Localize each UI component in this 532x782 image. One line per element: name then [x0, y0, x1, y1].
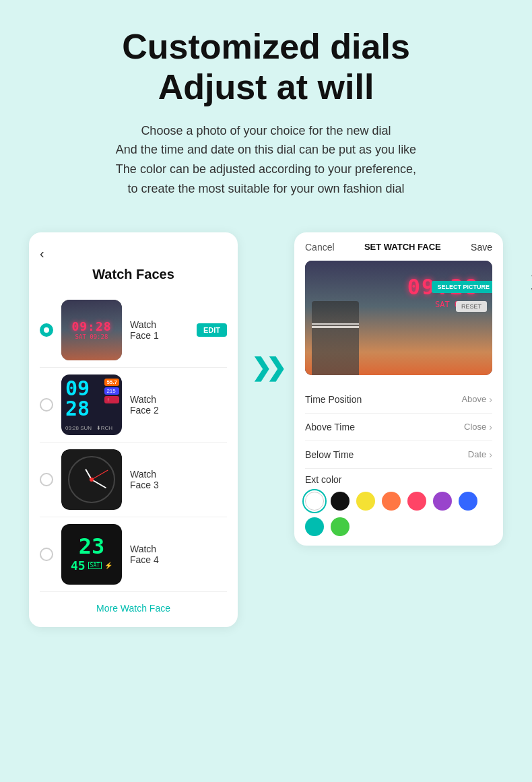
radio-face-2[interactable] [40, 398, 53, 412]
radio-face-4[interactable] [40, 548, 53, 561]
chevron-icon-3: › [489, 449, 492, 460]
cancel-button[interactable]: Cancel [305, 242, 335, 253]
below-time-label: Below Time [305, 449, 354, 460]
right-section: Cancel SET WATCH FACE Save 09:28 SAT 09:… [294, 232, 503, 546]
watch-face-item-3[interactable]: WatchFace 3 [40, 443, 227, 517]
chevron-icon-2: › [489, 422, 492, 432]
reset-button[interactable]: RESET [456, 301, 487, 312]
preview-image: 09:28 SAT 09:28 SELECT PICTURE RESET [305, 261, 492, 375]
right-panel-header: Cancel SET WATCH FACE Save [305, 242, 492, 253]
back-button[interactable]: ‹ [40, 246, 227, 261]
swatch-purple[interactable] [433, 492, 452, 511]
header-section: Customized dials Adjust at will Choose a… [75, 0, 457, 212]
swatch-teal[interactable] [305, 517, 324, 536]
arrow-section: ❯❯ [251, 232, 281, 382]
watch-face-item-1[interactable]: 09:28 SAT 09:28 WatchFace 1 EDIT [40, 293, 227, 368]
swatch-green[interactable] [331, 517, 350, 536]
arrow-icon: ❯❯ [251, 354, 281, 382]
face-label-4: WatchFace 4 [130, 544, 159, 565]
time-position-value: Above › [461, 394, 492, 405]
swatch-orange[interactable] [382, 492, 401, 511]
left-panel: ‹ Watch Faces 09:28 SAT 09:28 WatchFace … [29, 232, 238, 627]
set-watch-face-title: SET WATCH FACE [364, 242, 441, 252]
face-label-3: WatchFace 3 [130, 469, 159, 490]
main-title: Customized dials Adjust at will [116, 27, 416, 108]
watch-face-item-4[interactable]: 23 45 SAT ⚡ WatchFace 4 [40, 517, 227, 592]
watch-thumb-4: 23 45 SAT ⚡ [61, 524, 122, 585]
below-time-value: Date › [468, 449, 492, 460]
edit-button-1[interactable]: EDIT [197, 323, 227, 337]
watch-thumb-2: 09 28 55.7 215 ↑ 09:28 SUN ⬇RCH [61, 374, 122, 435]
sub-description: Choose a photo of your choice for the ne… [116, 121, 416, 199]
face-label-2: WatchFace 2 [130, 394, 159, 416]
swatch-black[interactable] [331, 492, 350, 511]
swatch-white[interactable] [305, 492, 324, 511]
more-watch-face-link[interactable]: More Watch Face [40, 603, 227, 614]
select-picture-button[interactable]: SELECT PICTURE [432, 281, 492, 293]
face-label-1: WatchFace 1 [130, 319, 159, 341]
swatch-blue[interactable] [459, 492, 477, 511]
radio-face-3[interactable] [40, 473, 53, 486]
swatch-pink[interactable] [407, 492, 426, 511]
below-time-row[interactable]: Below Time Date › [305, 441, 492, 469]
watch-thumb-1: 09:28 SAT 09:28 [61, 300, 122, 360]
watch-faces-title: Watch Faces [40, 267, 227, 282]
ext-color-label: Ext color [305, 474, 492, 485]
preview-area: 09:28 SAT 09:28 SELECT PICTURE RESET [305, 261, 492, 375]
color-swatches [305, 492, 492, 536]
watch-thumb-3 [61, 449, 122, 510]
chevron-icon-1: › [489, 394, 492, 405]
save-button[interactable]: Save [471, 242, 492, 253]
ext-color-section: Ext color [305, 469, 492, 536]
time-position-label: Time Position [305, 394, 362, 405]
radio-face-1[interactable] [40, 323, 53, 337]
watch-face-item-2[interactable]: 09 28 55.7 215 ↑ 09:28 SUN ⬇RCH WatchFac… [40, 368, 227, 443]
above-time-row[interactable]: Above Time Close › [305, 414, 492, 441]
above-time-value: Close › [464, 422, 492, 432]
panels-row: ‹ Watch Faces 09:28 SAT 09:28 WatchFace … [0, 212, 532, 654]
time-position-row[interactable]: Time Position Above › [305, 386, 492, 414]
above-time-label: Above Time [305, 422, 355, 432]
right-panel: Cancel SET WATCH FACE Save 09:28 SAT 09:… [294, 232, 503, 546]
swatch-yellow[interactable] [356, 492, 375, 511]
